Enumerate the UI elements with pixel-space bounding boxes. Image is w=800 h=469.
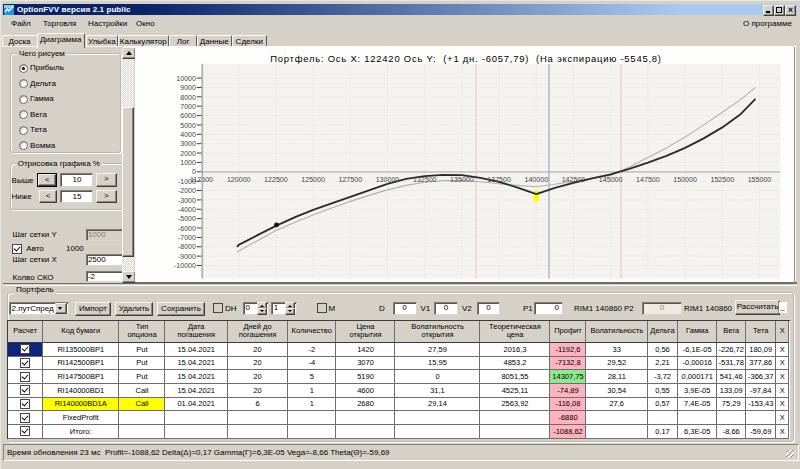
svg-text:145000: 145000	[599, 175, 623, 183]
svg-text:Портфель: Ось X: 122420 Ось Y:: Портфель: Ось X: 122420 Ось Y: (+1 дн. -…	[270, 52, 662, 63]
svg-text:-3000: -3000	[178, 196, 196, 204]
svg-text:8000: 8000	[180, 93, 196, 101]
svg-text:122500: 122500	[264, 175, 288, 183]
svg-text:135000: 135000	[450, 175, 474, 183]
svg-text:-9000: -9000	[178, 252, 196, 260]
svg-text:0: 0	[192, 168, 196, 176]
svg-text:4000: 4000	[180, 131, 196, 139]
svg-text:-4000: -4000	[178, 206, 196, 214]
svg-text:127500: 127500	[338, 175, 362, 183]
svg-text:-10000: -10000	[174, 262, 196, 270]
svg-text:150000: 150000	[673, 175, 697, 183]
svg-text:10000: 10000	[176, 74, 196, 82]
svg-text:6000: 6000	[180, 112, 196, 120]
svg-text:-6000: -6000	[178, 224, 196, 232]
svg-text:132500: 132500	[413, 175, 437, 183]
svg-text:-1000: -1000	[178, 177, 196, 185]
svg-text:120000: 120000	[227, 175, 251, 183]
svg-text:1000: 1000	[180, 159, 196, 167]
svg-text:152500: 152500	[710, 175, 734, 183]
svg-text:142500: 142500	[562, 175, 586, 183]
svg-text:147500: 147500	[636, 175, 660, 183]
svg-text:140000: 140000	[524, 175, 548, 183]
svg-text:125000: 125000	[301, 175, 325, 183]
svg-text:-8000: -8000	[178, 243, 196, 251]
svg-text:137500: 137500	[487, 175, 511, 183]
svg-text:-7000: -7000	[178, 234, 196, 242]
svg-text:2000: 2000	[180, 149, 196, 157]
svg-text:3000: 3000	[180, 140, 196, 148]
svg-text:5000: 5000	[180, 121, 196, 129]
svg-text:7000: 7000	[180, 103, 196, 111]
svg-text:130000: 130000	[376, 175, 400, 183]
svg-text:-2000: -2000	[178, 187, 196, 195]
svg-text:9000: 9000	[180, 84, 196, 92]
svg-text:155000: 155000	[748, 175, 772, 183]
svg-text:-5000: -5000	[178, 215, 196, 223]
